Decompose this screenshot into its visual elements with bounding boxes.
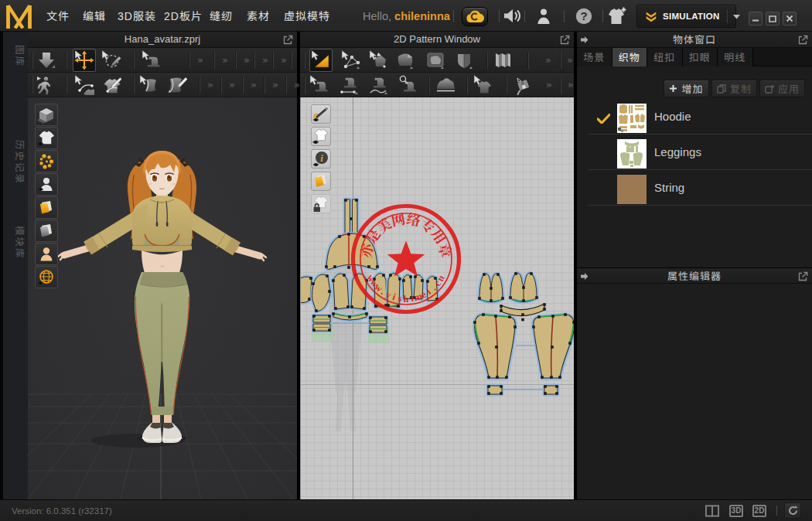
split-view-icon[interactable] — [705, 504, 719, 517]
object-window-header[interactable]: 物体窗口 — [577, 32, 812, 48]
tab-topstitch[interactable]: 明线 — [718, 48, 753, 66]
fabric-row-string[interactable]: String — [589, 170, 812, 206]
menu-edit[interactable]: 编辑 — [83, 0, 106, 32]
show-info-icon[interactable]: i — [311, 149, 331, 169]
sewing-machine-tool-icon[interactable] — [140, 49, 163, 72]
show-garment-icon[interactable] — [35, 127, 58, 149]
edit-point-tool-icon[interactable] — [339, 49, 363, 72]
polygon-pen-tool-icon[interactable] — [367, 49, 391, 72]
pleats-icon[interactable] — [491, 49, 514, 72]
dart-shield-icon[interactable] — [452, 49, 476, 72]
import-arrow-icon[interactable] — [35, 49, 58, 72]
tab-button[interactable]: 纽扣 — [647, 48, 683, 66]
tab-buttonhole[interactable]: 扣眼 — [683, 48, 718, 66]
show-pattern-2d-icon[interactable] — [311, 172, 331, 191]
3d-toolbar-row1: » » » » » » — [28, 48, 297, 73]
dock-tab-modules[interactable]: 模块库 — [3, 226, 28, 260]
svg-text:i: i — [320, 152, 323, 164]
texture-roller-icon[interactable] — [510, 73, 534, 97]
leggings-pattern-group — [473, 272, 574, 395]
sync-icon[interactable] — [784, 502, 801, 519]
close-icon[interactable] — [783, 12, 797, 26]
show-particles-icon[interactable] — [35, 150, 58, 172]
panel-arrow-icon[interactable] — [580, 272, 589, 281]
locked-garment-icon[interactable] — [311, 194, 331, 213]
view-3d-icon[interactable]: 3D — [729, 504, 743, 517]
pattern-shape-icon[interactable] — [394, 49, 417, 72]
tab-scene[interactable]: 场景 — [577, 48, 612, 66]
menu-avatar[interactable]: 虚拟模特 — [284, 0, 330, 32]
2d-window-title: 2D Pattern Window — [394, 33, 480, 45]
show-garment-2d-icon[interactable] — [311, 127, 331, 146]
object-window-tabs: 场景 织物 纽扣 扣眼 明线 — [577, 48, 812, 66]
select-garment-curve-icon[interactable] — [73, 73, 96, 97]
segment-sewing-icon[interactable] — [337, 73, 360, 97]
fabric-name: Hoodie — [654, 99, 691, 135]
minimize-icon[interactable] — [749, 12, 763, 26]
check-icon — [597, 114, 610, 124]
popout-icon[interactable] — [560, 35, 570, 45]
show-3d-box-icon[interactable] — [35, 104, 58, 126]
inspect-sewing-icon[interactable] — [396, 73, 419, 97]
show-globe-icon[interactable] — [35, 266, 58, 288]
select-sewing-icon[interactable] — [308, 73, 331, 97]
dock-tab-library[interactable]: 图库 — [3, 45, 28, 67]
speaker-icon[interactable] — [502, 0, 522, 32]
user-icon[interactable] — [534, 0, 554, 32]
property-editor-header[interactable]: 属性编辑器 — [577, 267, 812, 284]
show-avatar-icon[interactable] — [35, 173, 58, 196]
select-shirt-icon[interactable] — [472, 73, 495, 97]
panel-arrow-icon[interactable] — [580, 36, 589, 44]
fabric-row-hoodie[interactable]: Hoodie — [589, 99, 812, 135]
show-pattern-gray-icon[interactable] — [35, 220, 58, 242]
3d-window-header[interactable]: Hana_avatar.zprj — [28, 32, 297, 48]
3d-viewport[interactable] — [28, 97, 297, 499]
copy-button[interactable]: 复制 — [711, 80, 757, 97]
3d-window-title: Hana_avatar.zprj — [125, 33, 200, 45]
iron-icon[interactable] — [434, 73, 457, 97]
dropdown-caret-icon[interactable] — [732, 14, 741, 19]
popout-icon[interactable] — [283, 35, 293, 45]
panel-2d-pattern: 2D Pattern Window — [300, 32, 574, 499]
pattern-box-icon[interactable] — [424, 49, 447, 72]
move-gizmo-tool-icon[interactable] — [73, 49, 96, 72]
popout-icon[interactable] — [798, 271, 808, 281]
tab-fabric[interactable]: 织物 — [612, 48, 648, 66]
show-stitch-needle-icon[interactable] — [311, 104, 331, 124]
3d-scene — [28, 97, 297, 499]
simulation-button[interactable]: SIMULATION — [636, 5, 736, 28]
2d-toolbar-row1: » » — [300, 48, 574, 73]
show-avatar-skin-icon[interactable] — [35, 243, 58, 265]
2d-canvas[interactable]: 亦是美网络专用章 www.yishimei.cn — [300, 97, 574, 499]
fabric-name: String — [654, 170, 684, 206]
menu-2d-pattern[interactable]: 2D板片 — [164, 0, 203, 32]
seal-star — [387, 241, 425, 277]
popout-icon[interactable] — [798, 35, 808, 45]
menu-3d-garment[interactable]: 3D服装 — [118, 0, 156, 32]
property-editor-title: 属性编辑器 — [667, 268, 722, 283]
show-pattern-orange-icon[interactable] — [35, 196, 58, 219]
drape-pencil-icon[interactable] — [165, 73, 188, 97]
cloud-sync-icon[interactable] — [462, 7, 488, 26]
add-button[interactable]: 增加 — [664, 80, 709, 97]
fabric-row-leggings[interactable]: Leggings — [589, 135, 812, 170]
menu-material[interactable]: 素材 — [247, 0, 270, 32]
menu-file[interactable]: 文件 — [46, 0, 70, 32]
help-icon[interactable]: ? — [574, 0, 594, 32]
free-sewing-icon[interactable] — [367, 73, 390, 97]
2d-toolbar-row2: » » — [300, 73, 574, 97]
add-garment-icon[interactable] — [606, 0, 627, 32]
brown-swatch — [617, 175, 647, 204]
transform-pattern-tool-icon[interactable] — [309, 49, 333, 72]
walk-avatar-tool-icon[interactable] — [33, 73, 56, 97]
garment-pen-icon[interactable] — [100, 73, 123, 97]
view-2d-icon[interactable]: 2D — [752, 504, 766, 517]
apply-button[interactable]: 应用 — [759, 80, 805, 97]
2d-window-header[interactable]: 2D Pattern Window — [300, 32, 574, 48]
select-drape-icon[interactable] — [138, 73, 161, 97]
dock-tab-history[interactable]: 历史记录 — [3, 140, 28, 185]
version-label: Version: 6.0.351 (r32317) — [12, 500, 112, 521]
maximize-icon[interactable] — [766, 12, 780, 26]
rotate-brush-tool-icon[interactable] — [100, 49, 123, 72]
menu-sewing[interactable]: 缝纫 — [210, 0, 233, 32]
